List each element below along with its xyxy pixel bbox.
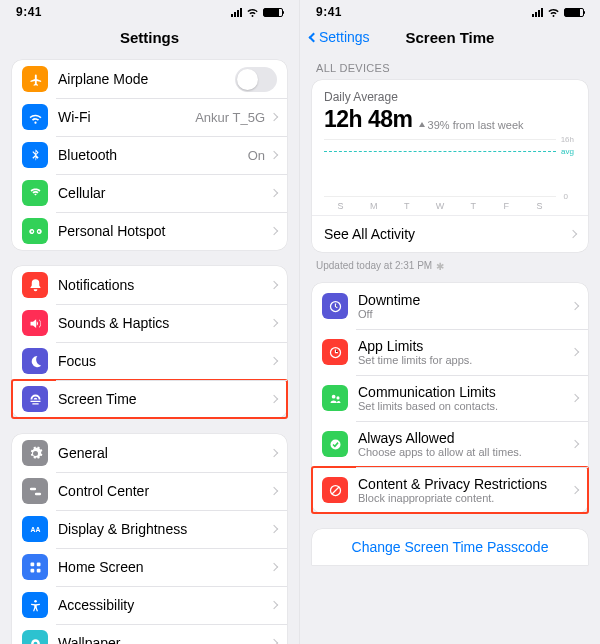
back-label: Settings xyxy=(319,29,370,45)
status-time: 9:41 xyxy=(16,5,74,19)
row-label: Sounds & Haptics xyxy=(58,315,271,331)
row-label: Display & Brightness xyxy=(58,521,271,537)
nav-bar: Settings xyxy=(0,20,299,54)
row-wallpaper[interactable]: Wallpaper xyxy=(12,624,287,644)
y-axis-top: 16h xyxy=(561,135,574,144)
back-button[interactable]: Settings xyxy=(310,29,370,45)
home-screen-icon xyxy=(22,554,48,580)
svg-line-14 xyxy=(331,486,339,494)
row-content-privacy[interactable]: Content & Privacy RestrictionsBlock inap… xyxy=(312,467,588,513)
daily-average-delta: 39% from last week xyxy=(419,119,524,131)
row-downtime[interactable]: DowntimeOff xyxy=(312,283,588,329)
row-subtitle: Off xyxy=(358,308,572,321)
app-limits-icon xyxy=(322,339,348,365)
airplane-icon xyxy=(22,66,48,92)
chevron-right-icon xyxy=(270,525,278,533)
row-label: Notifications xyxy=(58,277,271,293)
row-label: Content & Privacy Restrictions xyxy=(358,476,572,492)
row-label: Accessibility xyxy=(58,597,271,613)
svg-rect-2 xyxy=(36,562,40,566)
nav-title: Screen Time xyxy=(406,29,495,46)
display-icon: AA xyxy=(22,516,48,542)
always-allowed-icon xyxy=(322,431,348,457)
row-general[interactable]: General xyxy=(12,434,287,472)
row-app-limits[interactable]: App LimitsSet time limits for apps. xyxy=(312,329,588,375)
group-screen-time-options: DowntimeOff App LimitsSet time limits fo… xyxy=(312,283,588,513)
row-home-screen[interactable]: Home Screen xyxy=(12,548,287,586)
chevron-right-icon xyxy=(569,230,577,238)
nav-title: Settings xyxy=(120,29,179,46)
settings-scroll[interactable]: Airplane Mode Wi-Fi Ankur T_5G Bluetooth… xyxy=(0,54,299,644)
row-subtitle: Set time limits for apps. xyxy=(358,354,572,367)
screen-time-screen: 9:41 Settings Screen Time ALL DEVICES Da… xyxy=(300,0,600,644)
signal-icon xyxy=(231,7,242,17)
screen-time-icon xyxy=(22,386,48,412)
row-accessibility[interactable]: Accessibility xyxy=(12,586,287,624)
chevron-right-icon xyxy=(270,227,278,235)
airplane-mode-toggle[interactable] xyxy=(235,67,277,92)
row-label: Focus xyxy=(58,353,271,369)
sounds-icon xyxy=(22,310,48,336)
chevron-right-icon xyxy=(270,601,278,609)
battery-icon xyxy=(263,8,283,17)
chevron-right-icon xyxy=(571,394,579,402)
svg-point-11 xyxy=(336,396,339,399)
chart-day-label: T xyxy=(457,201,490,211)
gear-icon xyxy=(22,440,48,466)
row-focus[interactable]: Focus xyxy=(12,342,287,380)
status-time: 9:41 xyxy=(316,5,374,19)
arrow-up-icon xyxy=(419,122,425,127)
daily-average-label: Daily Average xyxy=(324,90,576,104)
row-label: Communication Limits xyxy=(358,384,572,400)
accessibility-icon xyxy=(22,592,48,618)
row-control-center[interactable]: Control Center xyxy=(12,472,287,510)
group-connectivity: Airplane Mode Wi-Fi Ankur T_5G Bluetooth… xyxy=(12,60,287,250)
row-label: Always Allowed xyxy=(358,430,572,446)
see-all-label: See All Activity xyxy=(324,226,415,242)
nav-bar: Settings Screen Time xyxy=(300,20,600,54)
row-display-brightness[interactable]: AA Display & Brightness xyxy=(12,510,287,548)
row-notifications[interactable]: Notifications xyxy=(12,266,287,304)
chevron-left-icon xyxy=(309,32,319,42)
downtime-icon xyxy=(322,293,348,319)
updated-timestamp: Updated today at 2:31 PM xyxy=(312,258,588,283)
daily-average-card[interactable]: Daily Average 12h 48m 39% from last week… xyxy=(312,80,588,252)
row-personal-hotspot[interactable]: Personal Hotspot xyxy=(12,212,287,250)
row-sounds-haptics[interactable]: Sounds & Haptics xyxy=(12,304,287,342)
chevron-right-icon xyxy=(571,440,579,448)
bluetooth-icon xyxy=(22,142,48,168)
chevron-right-icon xyxy=(270,563,278,571)
spinner-icon xyxy=(436,261,446,271)
content-privacy-icon xyxy=(322,477,348,503)
daily-usage-chart: 16h avg 0 SMTWTFS xyxy=(324,139,576,211)
chevron-right-icon xyxy=(270,357,278,365)
see-all-activity-row[interactable]: See All Activity xyxy=(312,215,588,252)
row-label: Wallpaper xyxy=(58,635,271,644)
row-label: General xyxy=(58,445,271,461)
row-airplane-mode[interactable]: Airplane Mode xyxy=(12,60,287,98)
chart-day-label: M xyxy=(357,201,390,211)
row-label: Personal Hotspot xyxy=(58,223,271,239)
section-header-all-devices: ALL DEVICES xyxy=(312,60,588,80)
svg-rect-3 xyxy=(30,568,34,572)
row-subtitle: Choose apps to allow at all times. xyxy=(358,446,572,459)
svg-text:AA: AA xyxy=(30,526,40,533)
row-label: Downtime xyxy=(358,292,572,308)
change-passcode-button[interactable]: Change Screen Time Passcode xyxy=(312,529,588,565)
chevron-right-icon xyxy=(270,151,278,159)
chevron-right-icon xyxy=(270,487,278,495)
row-screen-time[interactable]: Screen Time xyxy=(12,380,287,418)
y-axis-avg: avg xyxy=(561,146,574,155)
row-always-allowed[interactable]: Always AllowedChoose apps to allow at al… xyxy=(312,421,588,467)
row-label: Airplane Mode xyxy=(58,71,235,87)
row-bluetooth[interactable]: Bluetooth On xyxy=(12,136,287,174)
row-communication-limits[interactable]: Communication LimitsSet limits based on … xyxy=(312,375,588,421)
svg-point-10 xyxy=(331,394,335,398)
screen-time-scroll[interactable]: ALL DEVICES Daily Average 12h 48m 39% fr… xyxy=(300,54,600,644)
row-wifi[interactable]: Wi-Fi Ankur T_5G xyxy=(12,98,287,136)
row-cellular[interactable]: Cellular xyxy=(12,174,287,212)
chevron-right-icon xyxy=(270,189,278,197)
chart-day-label: T xyxy=(390,201,423,211)
group-attention: Notifications Sounds & Haptics Focus Scr… xyxy=(12,266,287,418)
chevron-right-icon xyxy=(270,395,278,403)
